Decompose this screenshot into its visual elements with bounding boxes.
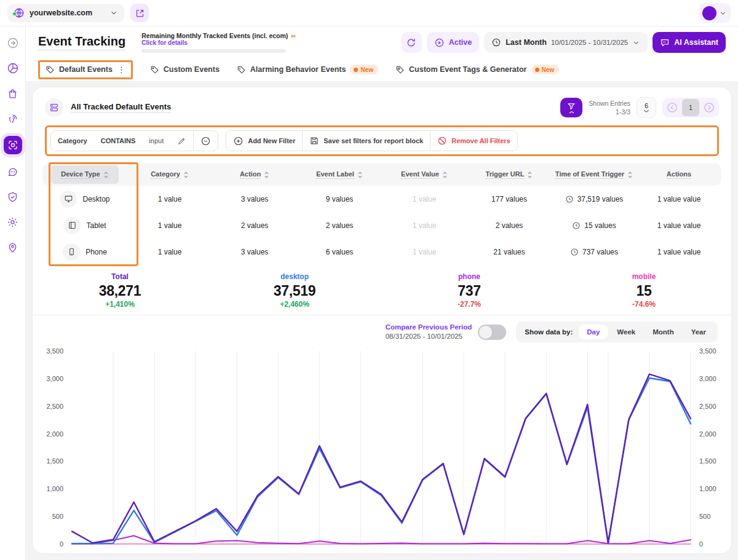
tab-default-events[interactable]: Default Events [46,65,113,74]
remove-all-filters-button[interactable]: Remove All Filters [430,131,517,151]
svg-text:1,000: 1,000 [46,485,63,492]
page-size-selector[interactable]: 6 [637,97,656,118]
sidebar-item-feedback[interactable] [5,164,21,179]
compare-previous-period-label[interactable]: Compare Previous Period [386,323,472,332]
svg-text:500: 500 [699,513,710,520]
tag-gear-icon [395,65,405,74]
svg-text:10/22/2025: 10/22/2025 [488,553,522,554]
tag-icon [150,65,159,74]
tab-alarming-behavior-events[interactable]: Alarming Behavior Events New [237,65,378,74]
column-header-time-of-trigger[interactable]: Time of Event Trigger [552,170,637,179]
edit-filter-button[interactable] [170,131,193,151]
sidebar-collapse-button[interactable] [5,35,21,51]
chevron-down-icon [643,109,649,113]
arrow-left-circle-icon [666,101,678,114]
column-header-category[interactable]: Category [127,170,212,179]
arrow-right-circle-icon [703,101,715,114]
pagination: 1 [662,98,719,117]
next-page-button[interactable] [700,99,718,116]
card-title: All Tracked Default Events [71,102,171,113]
svg-text:10/13/2025: 10/13/2025 [303,553,336,554]
phone-icon [63,243,80,261]
svg-text:2,500: 2,500 [699,403,716,410]
site-selector[interactable]: yourwebsite.com [7,4,124,22]
remove-filter-button[interactable] [194,131,218,151]
table-row[interactable]: Tablet 1 value 2 values 2 values 1 value… [42,212,721,239]
new-badge: New [350,65,378,74]
sort-icon[interactable] [183,171,189,179]
desktop-icon [60,191,77,208]
fingerprint-icon [7,113,18,125]
refresh-button[interactable] [401,32,422,53]
save-filters-button[interactable]: Save set filters for report block [303,131,430,151]
date-range-selector[interactable]: Last Month 10/01/2025 - 10/31/2025 [484,32,648,53]
remaining-events-label: Remaining Monthly Tracked Events (incl. … [141,32,288,39]
chat-bubble-icon [7,166,18,178]
svg-text:2,000: 2,000 [46,430,63,438]
sidebar-item-dashboard[interactable] [5,60,21,76]
clock-icon [491,37,501,47]
period-label: Last Month [506,38,547,47]
chart-controls: Compare Previous Period 08/31/2025 - 10/… [33,315,731,342]
plus-circle-icon [233,136,244,146]
tag-alert-icon [237,65,246,74]
filter-field[interactable]: Category [51,131,94,151]
current-page[interactable]: 1 [682,99,699,116]
summary-stats: Total 38,271 +1,410% desktop 37,519 +2,4… [33,270,731,315]
column-header-action[interactable]: Action [212,170,297,179]
filter-operator[interactable]: CONTAINS [94,131,143,151]
sidebar-item-settings[interactable] [5,214,21,230]
user-menu[interactable] [699,3,731,23]
period-range: 10/01/2025 - 10/31/2025 [551,39,628,46]
svg-text:10/18/2025: 10/18/2025 [406,553,440,554]
sidebar-item-event-tracking[interactable] [4,136,22,154]
tab-custom-events[interactable]: Custom Events [150,65,220,74]
ai-assistant-button[interactable]: AI Assistant [653,32,726,53]
remaining-details-link[interactable]: Click for details [141,39,296,46]
arrow-right-circle-icon [7,37,19,49]
summary-stat-desktop: desktop 37,519 +2,460% [207,272,382,309]
svg-text:3,000: 3,000 [46,375,63,382]
svg-text:1,000: 1,000 [699,485,716,492]
active-filter-chip: Category CONTAINS input [50,130,218,151]
funnel-icon [567,102,576,111]
table-row[interactable]: Phone 1 value 3 values 6 values 1 value … [42,239,721,265]
sort-icon[interactable] [357,171,363,179]
column-header-actions: Actions [637,170,721,179]
granularity-day[interactable]: Day [579,325,608,339]
sidebar-item-privacy[interactable] [5,189,21,205]
table-block-icon [45,98,63,117]
open-site-button[interactable] [130,4,149,22]
column-header-trigger-url[interactable]: Trigger URL [467,170,552,179]
gear-icon [7,216,18,228]
column-header-device-type[interactable]: Device Type [51,165,119,184]
granularity-year[interactable]: Year [683,325,714,339]
sort-icon[interactable] [442,171,448,179]
tab-options-menu[interactable]: ⋮ [117,65,125,74]
filter-value[interactable]: input [142,131,170,151]
tracking-status-label: Active [449,38,472,47]
compare-toggle[interactable] [478,325,506,340]
sort-icon[interactable] [103,171,109,179]
sort-icon[interactable] [627,171,633,179]
sidebar-item-visitors[interactable] [5,239,21,255]
topbar: yourwebsite.com [0,0,738,26]
column-header-event-value[interactable]: Event Value [382,170,467,179]
sort-icon[interactable] [264,171,269,179]
all-tracked-events-card: All Tracked Default Events Shown Entries… [32,87,732,554]
filter-panel-button[interactable] [560,98,582,117]
granularity-week[interactable]: Week [609,325,643,339]
sidebar-item-behavior[interactable] [5,111,21,127]
tracking-status-button[interactable]: Active [427,32,480,53]
shield-check-icon [7,191,18,203]
chevron-down-icon [632,39,640,47]
table-row[interactable]: Desktop 1 value 3 values 9 values 1 valu… [42,186,721,212]
add-new-filter-button[interactable]: Add New Filter [226,131,302,151]
tablet-icon [63,217,81,234]
column-header-event-label[interactable]: Event Label [297,170,382,179]
sidebar-item-ecommerce[interactable] [5,85,21,101]
prev-page-button[interactable] [664,99,681,116]
granularity-month[interactable]: Month [645,325,681,339]
tab-custom-event-tags-generator[interactable]: Custom Event Tags & Generator New [395,65,559,74]
sort-icon[interactable] [527,171,533,179]
